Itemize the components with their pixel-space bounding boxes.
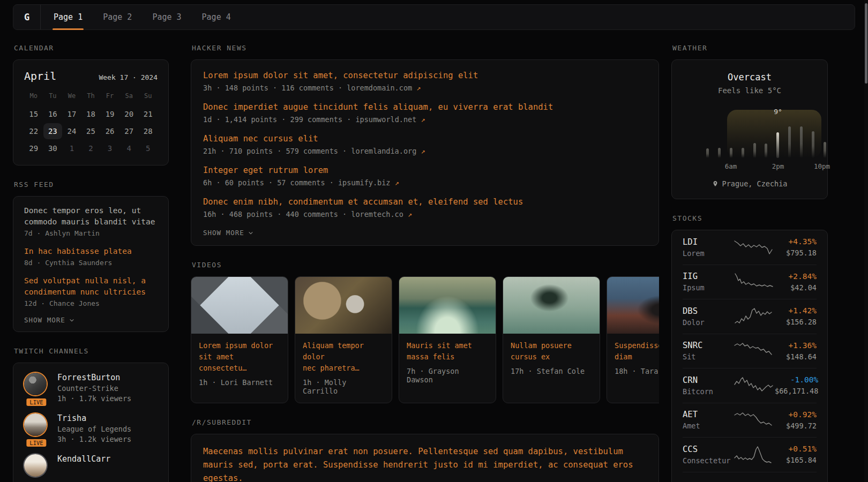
stock-row[interactable]: DBSDolor+1.42%$156.28: [683, 299, 817, 334]
weekday-label: Su: [138, 92, 158, 105]
stock-row[interactable]: LDILorem+4.35%$795.18: [683, 230, 817, 265]
hackernews-section-label: HACKER NEWS: [192, 44, 659, 52]
twitch-channel[interactable]: KendallCarr: [24, 454, 158, 477]
hackernews-item-title[interactable]: Aliquam nec cursus elit: [203, 134, 647, 144]
page-tabs: Page 1Page 2Page 3Page 4: [41, 5, 231, 29]
stocks-card: LDILorem+4.35%$795.18IIGIpsum+2.84%$42.0…: [671, 230, 828, 482]
hackernews-show-more-button[interactable]: SHOW MORE: [203, 229, 647, 237]
hn-domain-link[interactable]: ipsumworld.net ↗: [355, 115, 425, 124]
rss-item-meta: 7d · Ashlyn Martin: [24, 229, 158, 237]
stock-symbol: AET: [683, 410, 734, 419]
channel-info: ForrestBurtonCounter-Strike1h · 1.7k vie…: [57, 373, 131, 403]
weather-hourly-chart: 9°: [682, 109, 818, 158]
external-link-icon: ↗: [416, 84, 421, 92]
weather-axis-tick: 10pm: [814, 162, 830, 170]
tab-page-1[interactable]: Page 1: [54, 5, 83, 29]
video-card-body: Nullam posuere cursus ex17h · Stefan Col…: [503, 334, 600, 383]
rss-item-title[interactable]: Donec tempor eros leo, ut commodo mauris…: [24, 205, 158, 228]
hackernews-item-title[interactable]: Donec imperdiet augue tincidunt felis al…: [203, 102, 647, 112]
stock-sparkline: [734, 307, 775, 326]
day-cell: 5: [138, 140, 158, 156]
hackernews-show-more-label: SHOW MORE: [203, 229, 244, 237]
day-cell: 17: [62, 106, 81, 122]
stock-sparkline: [734, 272, 775, 291]
twitch-channel[interactable]: LIVEForrestBurtonCounter-Strike1h · 1.7k…: [24, 373, 158, 403]
stock-row[interactable]: AHS+0.46%: [683, 472, 817, 482]
stock-symbol: CRN: [683, 375, 734, 385]
videos-section-label: VIDEOS: [192, 261, 659, 269]
rss-item-title[interactable]: In hac habitasse platea: [24, 246, 158, 257]
hackernews-item: Lorem ipsum dolor sit amet, consectetur …: [203, 71, 647, 92]
subreddit-card: Maecenas mollis pulvinar erat non posuer…: [191, 434, 659, 482]
video-meta: 18h · Tara: [615, 367, 659, 375]
stock-sparkline: [734, 445, 775, 464]
stock-values: -1.00%$66,171.48: [775, 375, 818, 395]
channel-avatar: [24, 454, 47, 477]
weather-bar: [742, 148, 744, 158]
stock-sparkline: [734, 238, 775, 257]
channel-avatar: [24, 373, 47, 395]
stock-symbol: DBS: [683, 306, 734, 316]
dashboard: G Page 1Page 2Page 3Page 4 CALENDAR Apri…: [0, 0, 868, 482]
stock-symbol: IIG: [683, 272, 734, 281]
video-card[interactable]: Nullam posuere cursus ex17h · Stefan Col…: [503, 276, 600, 403]
rss-item-meta: 12d · Chance Jones: [24, 299, 158, 307]
calendar-section-label: CALENDAR: [14, 44, 169, 52]
stock-row[interactable]: CRNBitcorn-1.00%$66,171.48: [683, 368, 817, 403]
subreddit-post-title[interactable]: Maecenas mollis pulvinar erat non posuer…: [203, 445, 647, 482]
hackernews-card: Lorem ipsum dolor sit amet, consectetur …: [191, 59, 659, 246]
tab-page-2[interactable]: Page 2: [103, 5, 132, 29]
video-card[interactable]: Lorem ipsum dolor sit amet consectetu…1h…: [191, 276, 288, 403]
video-card[interactable]: Suspendisse diam18h · Tara: [607, 276, 659, 403]
stock-row[interactable]: CCSConsectetur+0.51%$165.84: [683, 437, 817, 472]
calendar-week-year: Week 17 · 2024: [99, 73, 158, 81]
left-column: CALENDAR April Week 17 · 2024 MoTuWeThFr…: [13, 41, 169, 482]
weather-bar: [824, 142, 826, 158]
stock-row[interactable]: SNRCSit+1.36%$148.64: [683, 334, 817, 368]
twitch-channel[interactable]: LIVETrishaLeague of Legends3h · 1.2k vie…: [24, 413, 158, 443]
twitch-section-label: TWITCH CHANNELS: [14, 347, 169, 355]
video-card[interactable]: Aliquam tempor dolor nec pharetra…1h · M…: [295, 276, 392, 403]
videos-widget: VIDEOS Lorem ipsum dolor sit amet consec…: [191, 261, 659, 403]
weekday-label: Tu: [43, 92, 63, 105]
hn-domain-link[interactable]: loremdomain.com ↗: [347, 84, 421, 92]
stock-change: -1.00%: [790, 375, 818, 384]
channel-category: Counter-Strike: [57, 384, 131, 393]
day-cell: 19: [100, 106, 119, 122]
stock-change: +0.92%: [789, 410, 817, 419]
stocks-widget: STOCKS LDILorem+4.35%$795.18IIGIpsum+2.8…: [671, 214, 828, 482]
middle-column: HACKER NEWS Lorem ipsum dolor sit amet, …: [191, 41, 659, 482]
hackernews-item: Donec enim nibh, condimentum et accumsan…: [203, 197, 647, 219]
rss-item-title[interactable]: Sed volutpat nulla nisl, a condimentum n…: [24, 275, 158, 298]
stock-symbol: CCS: [683, 445, 734, 454]
weather-bars: [706, 109, 826, 158]
stock-row[interactable]: AETAmet+0.92%$499.72: [683, 403, 817, 438]
video-title: Mauris sit amet massa felis: [407, 340, 488, 363]
stock-change: +2.84%: [789, 272, 817, 281]
hn-domain-link[interactable]: ipsumify.biz ↗: [338, 178, 399, 187]
rss-show-more-button[interactable]: SHOW MORE: [24, 316, 158, 324]
calendar-grid: MoTuWeThFrSaSu15161718192021222324252627…: [24, 92, 158, 156]
rss-list: Donec tempor eros leo, ut commodo mauris…: [24, 205, 158, 307]
stock-row[interactable]: IIGIpsum+2.84%$42.04: [683, 265, 817, 299]
stock-name: Sit: [683, 352, 734, 361]
channel-avatar: [24, 413, 47, 436]
stock-change: +0.51%: [789, 445, 817, 453]
stock-name: Dolor: [683, 318, 734, 327]
hackernews-item-title[interactable]: Integer eget rutrum lorem: [203, 165, 647, 175]
weather-axis-tick: 6am: [725, 162, 737, 170]
hn-domain-link[interactable]: loremlandia.org ↗: [351, 147, 425, 155]
hn-domain-link[interactable]: loremtech.co ↗: [351, 210, 412, 219]
live-badge: LIVE: [25, 438, 47, 448]
channel-avatar-wrap: LIVE: [24, 413, 49, 443]
chevron-down-icon: [69, 318, 74, 323]
stocks-list: LDILorem+4.35%$795.18IIGIpsum+2.84%$42.0…: [683, 230, 817, 482]
scrollbar-thumb[interactable]: [865, 3, 867, 84]
video-thumbnail: [295, 277, 392, 334]
hackernews-item-title[interactable]: Donec enim nibh, condimentum et accumsan…: [203, 197, 647, 207]
video-card[interactable]: Mauris sit amet massa felis7h · Grayson …: [399, 276, 496, 403]
tab-page-3[interactable]: Page 3: [152, 5, 181, 29]
location-pin-icon: [712, 180, 719, 187]
hackernews-item-title[interactable]: Lorem ipsum dolor sit amet, consectetur …: [203, 71, 647, 80]
tab-page-4[interactable]: Page 4: [202, 5, 231, 29]
